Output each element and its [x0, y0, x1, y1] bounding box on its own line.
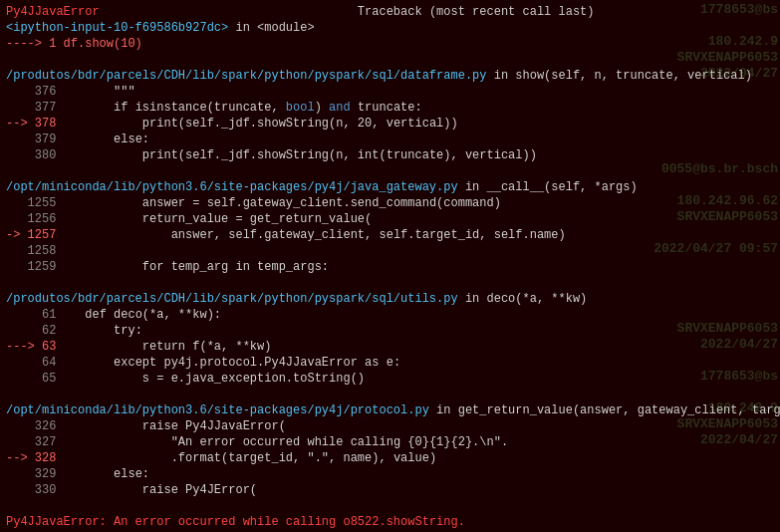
line-5: /produtos/bdr/parcels/CDH/lib/spark/pyth…	[6, 68, 774, 84]
code-13: answer = self.gateway_client.send_comman…	[56, 196, 500, 210]
code-15: answer, self.gateway_client, self.target…	[56, 228, 565, 242]
linenum-24: 65	[6, 372, 56, 386]
code-22: return f(*a, **kw)	[56, 340, 271, 354]
code-28: "An error occurred while calling {0}{1}{…	[56, 435, 508, 449]
linenum-28: 327	[6, 435, 56, 449]
linenum-17: 1259	[6, 260, 56, 274]
line-21: 62 try:	[6, 323, 774, 339]
linenum-31: 330	[6, 483, 56, 497]
line-1: Py4JJavaError Traceback (most recent cal…	[6, 4, 774, 20]
line-26: /opt/miniconda/lib/python3.6/site-packag…	[6, 402, 774, 418]
line-blank-1	[6, 52, 774, 68]
java-error-1: Py4JJavaError: An error occurred while c…	[6, 514, 774, 530]
code-8: print(self._jdf.showString(n, 20, vertic…	[56, 117, 457, 131]
line-blank-2	[6, 163, 774, 179]
line-9: 379 else:	[6, 132, 774, 147]
code-12: in __call__(self, *args)	[458, 180, 638, 194]
line-22: ---> 63 return f(*a, **kw)	[6, 339, 774, 355]
linenum-27: 326	[6, 419, 56, 433]
line-30: 329 else:	[6, 466, 774, 482]
arrow-29: --> 328	[6, 451, 56, 465]
linenum-10: 380	[6, 148, 56, 162]
line-2: <ipython-input-10-f69586b927dc> in <modu…	[6, 20, 774, 36]
line-27: 326 raise Py4JJavaError(	[6, 418, 774, 434]
line-16: 1258	[6, 243, 774, 259]
line-10: 380 print(self._jdf.showString(n, int(tr…	[6, 147, 774, 163]
line-23: 64 except py4j.protocol.Py4JJavaError as…	[6, 355, 774, 371]
code-26: in get_return_value(answer, gateway_clie…	[429, 403, 780, 417]
code-9: else:	[56, 133, 149, 146]
code-5: in show(self, n, truncate, vertical)	[486, 69, 751, 83]
code-24: s = e.java_exception.toString()	[56, 372, 365, 386]
line-blank-5	[6, 498, 774, 514]
linenum-21: 62	[6, 324, 56, 338]
line-29: --> 328 .format(target_id, ".", name), v…	[6, 450, 774, 466]
code-14: return_value = get_return_value(	[56, 212, 372, 226]
code-21: try:	[56, 324, 141, 338]
line-3: ----> 1 df.show(10)	[6, 36, 774, 52]
line-12: /opt/miniconda/lib/python3.6/site-packag…	[6, 179, 774, 195]
file-ref-12: /opt/miniconda/lib/python3.6/site-packag…	[6, 180, 458, 194]
file-ref-5: /produtos/bdr/parcels/CDH/lib/spark/pyth…	[6, 69, 486, 83]
code-29: .format(target_id, ".", name), value)	[56, 451, 436, 465]
code-10: print(self._jdf.showString(n, int(trunca…	[56, 148, 536, 162]
code-6: """	[56, 85, 134, 99]
line-blank-4	[6, 387, 774, 402]
code-17: for temp_arg in temp_args:	[56, 260, 329, 274]
line-20: 61 def deco(*a, **kw):	[6, 307, 774, 323]
linenum-30: 329	[6, 467, 56, 481]
file-ref-19: /produtos/bdr/parcels/CDH/lib/spark/pyth…	[6, 292, 458, 306]
arrow-8: --> 378	[6, 117, 56, 131]
linenum-6: 376	[6, 85, 56, 99]
line-6: 376 """	[6, 84, 774, 100]
line-14: 1256 return_value = get_return_value(	[6, 211, 774, 227]
line-7: 377 if isinstance(truncate, bool) and tr…	[6, 100, 774, 116]
line-24: 65 s = e.java_exception.toString()	[6, 371, 774, 387]
code-20: def deco(*a, **kw):	[56, 308, 221, 322]
file-ref-26: /opt/miniconda/lib/python3.6/site-packag…	[6, 403, 429, 417]
code-31: raise Py4JError(	[56, 483, 257, 497]
linenum-14: 1256	[6, 212, 56, 226]
linenum-9: 379	[6, 133, 56, 146]
line-17: 1259 for temp_arg in temp_args:	[6, 259, 774, 275]
code-30: else:	[56, 467, 149, 481]
code-23: except py4j.protocol.Py4JJavaError as e:	[56, 356, 400, 370]
linenum-7: 377	[6, 101, 56, 115]
code-27: raise Py4JJavaError(	[56, 419, 285, 433]
line-31: 330 raise Py4JError(	[6, 482, 774, 498]
line-8: --> 378 print(self._jdf.showString(n, 20…	[6, 116, 774, 132]
line-13: 1255 answer = self.gateway_client.send_c…	[6, 195, 774, 211]
arrow-3: ----> 1 df.show(10)	[6, 37, 142, 51]
arrow-22: ---> 63	[6, 340, 56, 354]
linenum-13: 1255	[6, 196, 56, 210]
terminal-window: Py4JJavaError Traceback (most recent cal…	[0, 0, 780, 532]
linenum-16: 1258	[6, 244, 56, 258]
traceback-header: Traceback (most recent call last)	[100, 5, 595, 19]
line-19: /produtos/bdr/parcels/CDH/lib/spark/pyth…	[6, 291, 774, 307]
linenum-23: 64	[6, 356, 56, 370]
arrow-15: -> 1257	[6, 228, 56, 242]
line-28: 327 "An error occurred while calling {0}…	[6, 434, 774, 450]
line-blank-3	[6, 275, 774, 291]
error-title: Py4JJavaError	[6, 5, 100, 19]
code-2: in <module>	[228, 21, 314, 35]
file-ref-2: <ipython-input-10-f69586b927dc>	[6, 21, 228, 35]
code-19: in deco(*a, **kw)	[458, 292, 588, 306]
linenum-20: 61	[6, 308, 56, 322]
code-7: if isinstance(truncate, bool) and trunca…	[56, 101, 421, 115]
line-15: -> 1257 answer, self.gateway_client, sel…	[6, 227, 774, 243]
